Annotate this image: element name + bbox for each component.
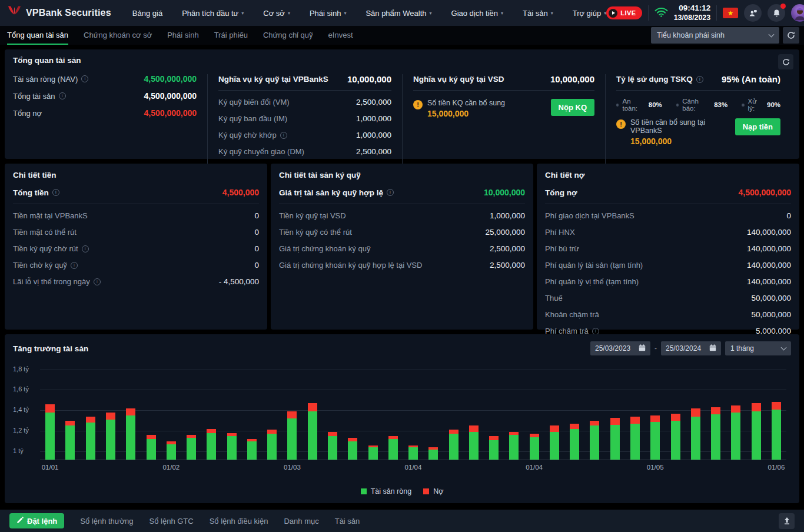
submit-margin-button[interactable]: Nộp KQ <box>551 99 594 116</box>
bar-segment-nav <box>45 413 55 460</box>
info-icon[interactable]: i <box>696 76 703 83</box>
tskq-usage-label: Tỷ lệ sử dụng TSKQ i <box>616 75 703 84</box>
account-selector[interactable]: Tiểu khoản phái sinh <box>651 27 779 44</box>
x-axis-label: 01/01 <box>42 464 59 471</box>
row-label: Tài sản ròng (NAV)i <box>13 75 88 84</box>
tab-0[interactable]: Tổng quan tài sản <box>7 26 68 45</box>
chart-bar <box>731 405 740 460</box>
margin-row: Ký quỹ biến đổi (VM)2,500,000 <box>218 98 391 107</box>
margin-vpbanks-value: 10,000,000 <box>347 74 391 84</box>
row-label-text: Tiền ký quỹ chờ rút <box>13 244 78 253</box>
nav-item-7[interactable]: Trợ giúp▾ <box>573 9 607 18</box>
info-icon[interactable]: i <box>59 92 66 99</box>
tab-1[interactable]: Chứng khoán cơ sở <box>84 26 152 45</box>
detail-panel-title: Chi tiết tiền <box>13 171 259 179</box>
chart-bar <box>489 436 499 460</box>
detail-rows: Tiền ký quỹ tại VSD1,000,000Tiền ký quỹ … <box>279 211 525 270</box>
row-label: Phí bù trừ <box>545 244 579 253</box>
gridline <box>40 370 786 370</box>
overview-title: Tổng quan tài sản <box>13 56 791 65</box>
user-avatar[interactable] <box>791 4 804 22</box>
row-label: Tiền ký quỹ tại VSD <box>279 211 346 220</box>
chart-bar <box>368 445 378 460</box>
x-axis-label: 01/02 <box>162 464 180 471</box>
y-axis-label: 1,2 tỷ <box>13 427 35 434</box>
bar-segment-nav <box>86 423 95 460</box>
nav-item-2[interactable]: Cơ sở▾ <box>263 9 290 18</box>
account-refresh-button[interactable] <box>783 27 799 44</box>
overview-refresh-button[interactable] <box>778 54 793 69</box>
row-label-text: Tiền ký quỹ có thể rút <box>279 228 352 237</box>
chart-title: Tăng trưởng tài sản <box>13 344 88 353</box>
date-to-input[interactable]: 25/03/2024 <box>661 341 721 355</box>
vpbanks-topup-value: 15,000,000 <box>630 137 735 146</box>
tab-2[interactable]: Phái sinh <box>167 26 198 45</box>
row-label: Lãi lỗ vị thế trong ngàyi <box>13 277 101 286</box>
live-badge[interactable]: LIVE <box>606 6 642 19</box>
bar-segment-nav <box>207 433 216 460</box>
info-icon[interactable]: i <box>52 189 59 196</box>
tab-5[interactable]: eInvest <box>328 26 353 45</box>
row-label-text: Giá trị chứng khoán ký quỹ <box>279 244 370 253</box>
detail-total-row: Giá trị tài sản ký quỹ hợp lệi10,000,000 <box>279 188 525 204</box>
bar-segment-debt <box>550 425 559 432</box>
info-icon[interactable]: i <box>71 262 78 269</box>
bar-segment-nav <box>348 441 357 460</box>
row-label-text: Tiền mặt tại VPBankS <box>13 211 88 220</box>
bar-segment-nav <box>752 411 761 460</box>
bar-segment-nav <box>590 425 599 460</box>
legend-swatch <box>423 488 429 494</box>
nav-item-1[interactable]: Phân tích đầu tư▾ <box>182 9 244 18</box>
detail-panel-title: Chi tiết tài sản ký quỹ <box>279 171 525 179</box>
info-icon[interactable]: i <box>280 132 287 139</box>
bottom-link-3[interactable]: Danh mục <box>284 517 318 526</box>
bottom-link-2[interactable]: Sổ lệnh điều kiện <box>210 517 268 526</box>
chart-bar <box>469 425 479 460</box>
info-icon[interactable]: i <box>387 189 394 196</box>
row-label-text: Tổng nợ <box>13 109 42 118</box>
bottom-link-1[interactable]: Sổ lệnh GTC <box>149 517 194 526</box>
bottom-link-4[interactable]: Tài sản <box>335 517 360 526</box>
info-icon[interactable]: i <box>82 245 89 252</box>
clock-time: 09:41:12 <box>674 4 711 14</box>
clock-date: 13/08/2023 <box>674 14 711 23</box>
language-flag-vietnam[interactable]: ★ <box>723 8 738 18</box>
legend-item[interactable]: Nợ <box>423 487 443 496</box>
bar-segment-nav <box>509 435 519 460</box>
info-icon[interactable]: i <box>94 278 101 285</box>
period-select[interactable]: 1 tháng <box>725 341 791 355</box>
row-value: 0 <box>254 261 259 270</box>
caret-down-icon: ▾ <box>288 11 290 16</box>
info-icon[interactable]: i <box>81 75 88 82</box>
collapse-upload-button[interactable] <box>779 513 795 529</box>
tskq-thresholds: An toàn:80%Cảnh báo:83%Xử lý:90% <box>616 98 780 112</box>
brand-logo[interactable]: VPBank Securities <box>7 5 111 21</box>
notifications-bell-button[interactable] <box>768 4 785 22</box>
nav-item-5[interactable]: Giao dịch tiền▾ <box>451 9 504 18</box>
legend-item[interactable]: Tài sản ròng <box>361 487 411 496</box>
threshold-item: Cảnh báo:83% <box>676 98 727 112</box>
nav-item-3[interactable]: Phái sinh▾ <box>310 9 347 18</box>
vsd-topup-label: Số tiền KQ cần bổ sung <box>427 99 505 107</box>
chart-bar <box>428 447 438 460</box>
nav-item-0[interactable]: Bảng giá <box>132 9 162 18</box>
tab-3[interactable]: Trái phiếu <box>214 26 248 45</box>
chart-bar <box>207 429 216 460</box>
contact-support-button[interactable] <box>744 4 762 22</box>
deposit-money-button[interactable]: Nạp tiền <box>735 118 780 135</box>
place-order-button[interactable]: Đặt lệnh <box>9 513 64 528</box>
row-label: Ký quỹ biến đổi (VM) <box>218 98 290 107</box>
info-icon[interactable]: i <box>592 328 599 335</box>
x-axis-label: 01/05 <box>647 464 664 471</box>
date-from-input[interactable]: 25/03/2023 <box>590 341 650 355</box>
tab-4[interactable]: Chứng chỉ quỹ <box>263 26 313 45</box>
total-label: Tổng nợ <box>545 188 577 197</box>
row-label-text: Tiền chờ ký quỹ <box>13 261 67 270</box>
nav-item-label: Tài sản <box>523 9 548 18</box>
nav-item-6[interactable]: Tài sản▾ <box>523 9 553 18</box>
row-value: 50,000,000 <box>751 310 791 319</box>
asset-growth-panel: Tăng trưởng tài sản 25/03/2023 - <box>5 334 799 503</box>
bottom-link-0[interactable]: Sổ lệnh thường <box>80 517 133 526</box>
nav-item-4[interactable]: Sản phẩm Wealth▾ <box>366 9 431 18</box>
chart-bar <box>328 432 337 460</box>
